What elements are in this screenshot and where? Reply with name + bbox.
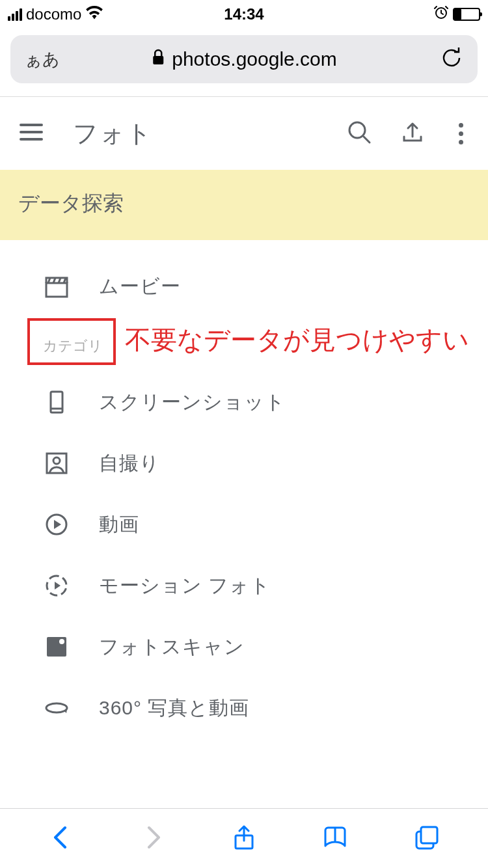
- battery-icon: [453, 8, 480, 21]
- page-title: フォト: [73, 117, 317, 150]
- rotate-360-icon: [43, 694, 70, 722]
- category-motion-photos[interactable]: モーション フォト: [0, 555, 488, 616]
- clock: 14:34: [224, 5, 264, 23]
- list-item-label: 動画: [99, 511, 139, 538]
- movies-item[interactable]: ムービー: [0, 256, 488, 317]
- upload-icon[interactable]: [400, 120, 425, 147]
- content-area: ムービー カテゴリ 不要なデータが見つけやすい スクリーンショット 自撮り 動画…: [0, 240, 488, 808]
- annotation-box: [27, 318, 116, 365]
- carrier-label: docomo: [26, 5, 81, 23]
- domain-text: photos.google.com: [172, 48, 337, 70]
- share-button[interactable]: [230, 824, 258, 854]
- back-button[interactable]: [47, 824, 75, 854]
- category-videos[interactable]: 動画: [0, 494, 488, 555]
- more-icon[interactable]: [454, 123, 468, 144]
- reload-button[interactable]: [440, 46, 463, 72]
- safari-url-bar[interactable]: ぁあ photos.google.com: [10, 35, 478, 83]
- category-360[interactable]: 360° 写真と動画: [0, 677, 488, 739]
- ios-status-bar: docomo 14:34: [0, 0, 488, 29]
- url-display[interactable]: photos.google.com: [151, 48, 337, 70]
- search-banner[interactable]: データ探索: [0, 170, 488, 240]
- reader-mode-button[interactable]: ぁあ: [25, 48, 60, 71]
- forward-button[interactable]: [139, 824, 167, 854]
- svg-point-14: [59, 639, 64, 644]
- person-box-icon: [43, 450, 70, 477]
- svg-point-5: [349, 122, 365, 138]
- svg-rect-1: [153, 56, 163, 64]
- list-item-label: フォトスキャン: [99, 634, 245, 660]
- app-header: フォト: [0, 97, 488, 170]
- category-photo-scan[interactable]: フォトスキャン: [0, 616, 488, 677]
- svg-rect-17: [421, 827, 437, 843]
- banner-text: データ探索: [18, 191, 124, 215]
- list-item-label: スクリーンショット: [99, 389, 286, 416]
- play-circle-icon: [43, 511, 70, 538]
- safari-bottom-toolbar: [0, 808, 488, 868]
- lock-icon: [151, 48, 165, 70]
- wifi-icon: [85, 5, 103, 23]
- list-item-label: 360° 写真と動画: [99, 695, 249, 722]
- svg-rect-7: [46, 283, 67, 297]
- signal-bars-icon: [8, 8, 22, 21]
- list-item-label: ムービー: [99, 273, 181, 300]
- category-screenshots[interactable]: スクリーンショット: [0, 372, 488, 433]
- category-selfies[interactable]: 自撮り: [0, 433, 488, 494]
- safari-url-bar-container: ぁあ photos.google.com: [0, 29, 488, 96]
- menu-icon[interactable]: [20, 123, 43, 144]
- tabs-button[interactable]: [413, 824, 441, 854]
- smartphone-icon: [43, 388, 70, 416]
- scan-icon: [43, 633, 70, 660]
- svg-point-11: [53, 457, 60, 464]
- svg-point-15: [46, 703, 67, 712]
- list-item-label: モーション フォト: [99, 573, 271, 599]
- bookmarks-button[interactable]: [321, 824, 349, 854]
- clapperboard-icon: [43, 273, 70, 300]
- svg-line-6: [364, 137, 370, 142]
- annotation-text: 不要なデータが見つけやすい: [125, 322, 469, 358]
- section-header: カテゴリ 不要なデータが見つけやすい: [0, 317, 488, 372]
- motion-icon: [43, 572, 70, 599]
- list-item-label: 自撮り: [99, 450, 160, 477]
- alarm-icon: [433, 5, 449, 24]
- search-icon[interactable]: [347, 120, 372, 147]
